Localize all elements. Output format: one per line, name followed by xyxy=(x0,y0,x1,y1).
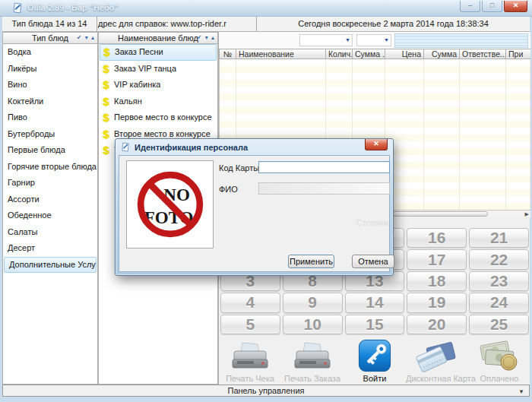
full-name-input[interactable] xyxy=(258,182,390,195)
minimize-button[interactable]: – xyxy=(460,1,480,12)
table-button-19[interactable]: 19 xyxy=(407,293,467,312)
price-tag-icon: $ xyxy=(102,45,112,60)
info-bar: Тип блюда 14 из 14 дрес для справок: www… xyxy=(2,17,530,32)
discount-card-button[interactable]: Дисконтная Карта xyxy=(406,337,468,383)
maximize-button[interactable]: □ xyxy=(482,1,502,12)
category-item[interactable]: Первые блюда xyxy=(3,142,97,159)
dish-item[interactable]: $Заказ VIP танца xyxy=(99,61,217,78)
print-order-button[interactable]: Печать Заказа xyxy=(281,337,344,383)
full-name-label: ФИО xyxy=(219,185,238,194)
scroll-right-icon[interactable]: ▶ xyxy=(525,210,529,218)
chevron-down-icon: ▼ xyxy=(345,37,350,43)
paid-button[interactable]: Оплачено xyxy=(468,337,530,383)
staff-photo-placeholder: NO FOTO xyxy=(126,160,214,248)
category-item[interactable]: Водка xyxy=(3,44,97,61)
category-item[interactable]: Салаты xyxy=(3,224,97,241)
price-tag-icon: $ xyxy=(101,77,111,93)
table-button-9[interactable]: 9 xyxy=(283,293,343,312)
dish-item[interactable]: $VIP кабинка xyxy=(99,77,217,93)
table-button-25[interactable]: 25 xyxy=(469,315,529,334)
printer-icon xyxy=(219,337,281,372)
check-icon[interactable]: ✔ xyxy=(77,34,83,41)
column-name[interactable]: Наименование xyxy=(236,49,326,59)
category-item[interactable]: Гарнир xyxy=(3,175,97,192)
column-line xyxy=(424,59,460,210)
table-button-17[interactable]: 17 xyxy=(407,249,467,269)
category-item[interactable]: Обеденное xyxy=(3,207,97,224)
window-title: Ollia 2.89 - Бар "Небо" xyxy=(27,3,119,12)
table-button-10[interactable]: 10 xyxy=(283,315,343,334)
category-item[interactable]: Бутерброды xyxy=(3,126,97,143)
column-note[interactable]: При xyxy=(506,49,530,59)
price-tag-icon: $ xyxy=(101,126,111,143)
card-code-label: Код Карты xyxy=(219,163,259,173)
category-item[interactable]: Коктейли xyxy=(3,93,97,110)
table-button-5[interactable]: 5 xyxy=(220,315,280,334)
apply-button[interactable]: Применить xyxy=(288,255,334,268)
table-button-14[interactable]: 14 xyxy=(345,293,405,312)
table-button-4[interactable]: 4 xyxy=(220,293,280,312)
category-header-label: Тип блюд xyxy=(32,33,68,43)
table-button-24[interactable]: 24 xyxy=(469,293,529,312)
column-sum1[interactable]: Сумма ... xyxy=(353,49,385,59)
close-button[interactable]: ✕ xyxy=(504,1,527,12)
filter-combo-2[interactable]: ▼ xyxy=(356,34,391,46)
no-photo-icon: NO FOTO xyxy=(134,168,207,241)
dish-item[interactable]: $Первое место в конкурсе xyxy=(99,109,217,126)
category-item[interactable]: Вино xyxy=(3,77,97,93)
chevron-down-icon: ▼ xyxy=(384,37,389,43)
column-quantity[interactable]: Колич... xyxy=(326,49,353,59)
category-item[interactable]: Ликёры xyxy=(3,61,97,78)
table-button-16[interactable]: 16 xyxy=(407,228,467,248)
sort-down-icon[interactable]: ▾ xyxy=(205,34,209,41)
column-number[interactable]: № xyxy=(220,49,236,59)
info-address-label: дрес для справок: www.top-rider.r xyxy=(97,17,257,31)
price-tag-icon: $ xyxy=(101,142,111,159)
action-toolbar: Печать Чека Печать Заказа xyxy=(219,337,530,383)
sort-up-icon[interactable]: ▴ xyxy=(211,34,215,41)
category-list: ВодкаЛикёрыВиноКоктейлиПивоБутербродыПер… xyxy=(2,44,98,385)
column-line xyxy=(460,59,506,210)
table-button-20[interactable]: 20 xyxy=(407,315,467,334)
printer-icon xyxy=(281,337,344,372)
discount-card-icon xyxy=(406,337,468,372)
table-button-23[interactable]: 23 xyxy=(469,271,529,291)
dish-item[interactable]: $Заказ Песни xyxy=(100,44,217,61)
control-panel-label: Панель управления xyxy=(227,386,304,395)
column-line xyxy=(506,59,530,210)
category-header-controls[interactable]: ✔ ▾ ▴ xyxy=(77,33,95,43)
column-price[interactable]: Цена xyxy=(385,49,424,59)
table-button-15[interactable]: 15 xyxy=(345,315,405,334)
panel-expand-icon[interactable]: ▼ xyxy=(518,387,524,397)
order-table-header: № Наименование Колич... Сумма ... Цена С… xyxy=(219,49,530,59)
login-button[interactable]: Войти xyxy=(344,337,406,383)
column-responsible[interactable]: Ответстве... xyxy=(460,49,506,59)
print-receipt-button[interactable]: Печать Чека xyxy=(219,337,281,383)
category-list-header: Тип блюд ✔ ▾ ▴ xyxy=(2,32,98,44)
info-stripe-panel xyxy=(394,33,528,48)
category-column: Тип блюд ✔ ▾ ▴ ВодкаЛикёрыВиноКоктейлиПи… xyxy=(2,32,98,385)
category-item[interactable]: Горячие вторые блюда xyxy=(3,159,97,176)
category-item[interactable]: Десерт xyxy=(3,240,97,257)
check-icon[interactable]: ✔ xyxy=(197,34,203,41)
filter-combo-1[interactable]: ▼ xyxy=(299,34,353,46)
key-icon xyxy=(344,337,406,372)
control-panel-bar[interactable]: Панель управления ▼ xyxy=(2,385,530,397)
category-item[interactable]: Пиво xyxy=(3,109,97,126)
card-code-input[interactable] xyxy=(258,161,390,173)
dialog-titlebar: Идентификация персонала ✕ xyxy=(116,139,393,155)
column-sum2[interactable]: Сумма xyxy=(424,49,460,59)
dish-header-controls[interactable]: ✔ ▾ ▴ xyxy=(197,33,215,43)
dialog-close-button[interactable]: ✕ xyxy=(365,139,388,150)
table-button-21[interactable]: 21 xyxy=(469,228,529,248)
sort-up-icon[interactable]: ▴ xyxy=(91,34,95,41)
dish-item[interactable]: $Кальян xyxy=(99,93,217,110)
datetime-label: Сегодня воскресенье 2 марта 2014 года 18… xyxy=(257,17,530,31)
category-item[interactable]: Ассорти xyxy=(3,192,97,208)
sort-down-icon[interactable]: ▾ xyxy=(85,34,89,41)
table-button-18[interactable]: 18 xyxy=(407,271,467,291)
category-item[interactable]: Дополнительные Услуги xyxy=(4,257,97,274)
table-button-22[interactable]: 22 xyxy=(469,249,529,269)
dialog-body: NO FOTO Код Карты ФИО Применить Отмена xyxy=(119,155,390,272)
cancel-button[interactable]: Отмена xyxy=(352,255,394,268)
